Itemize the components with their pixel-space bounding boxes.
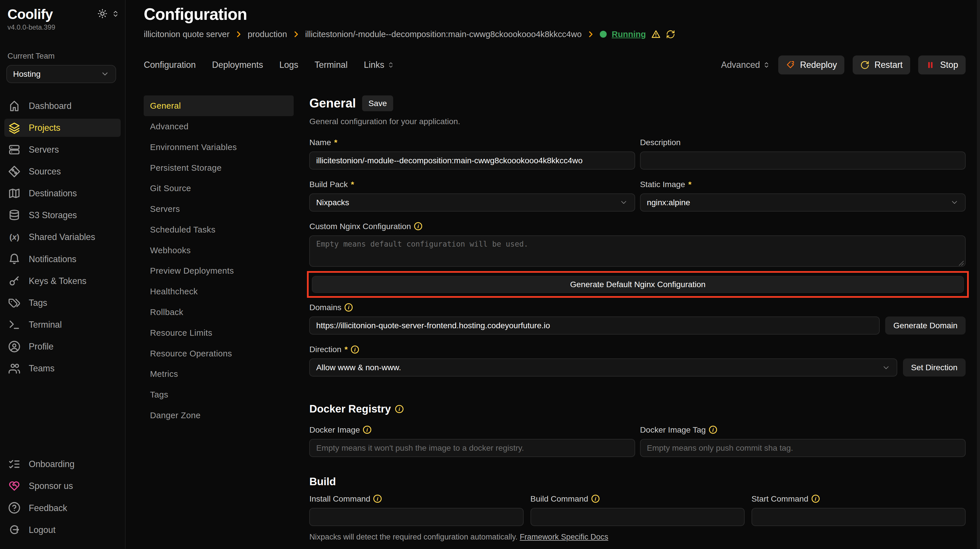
install-command-label: Install Commandi (309, 494, 523, 504)
sidebar-item-label: Tags (29, 298, 47, 308)
required-asterisk: * (345, 345, 348, 354)
start-command-input[interactable] (751, 508, 966, 526)
sidebar-item-profile[interactable]: Profile (4, 337, 121, 356)
required-asterisk: * (334, 138, 337, 147)
build-pack-select[interactable]: Nixpacks (309, 193, 635, 212)
general-form: General Save General configuration for y… (309, 95, 966, 549)
subnav-item-rollback[interactable]: Rollback (144, 302, 294, 323)
framework-docs-link[interactable]: Framework Specific Docs (520, 532, 608, 541)
stop-pause-icon (926, 60, 935, 70)
scrollbar[interactable] (977, 0, 980, 549)
save-button[interactable]: Save (362, 95, 393, 111)
logout-icon (8, 524, 21, 536)
sidebar-item-servers[interactable]: Servers (4, 140, 121, 159)
theme-chevrons-up-down-icon[interactable] (112, 10, 119, 18)
sidebar-item-feedback[interactable]: Feedback (4, 499, 121, 517)
name-input[interactable] (309, 151, 635, 170)
custom-nginx-textarea[interactable] (309, 236, 966, 267)
sidebar-item-tags[interactable]: Tags (4, 294, 121, 312)
theme-sun-icon[interactable] (97, 9, 108, 19)
tab-logs[interactable]: Logs (279, 60, 298, 70)
subnav-item-danger-zone[interactable]: Danger Zone (144, 405, 294, 426)
sidebar-item-shared-variables[interactable]: (x) Shared Variables (4, 228, 121, 246)
docker-registry-heading: Docker Registry (309, 403, 391, 415)
info-icon[interactable]: i (363, 426, 371, 434)
tab-deployments[interactable]: Deployments (212, 60, 263, 70)
tab-terminal[interactable]: Terminal (314, 60, 347, 70)
warning-triangle-icon[interactable] (651, 29, 661, 40)
sidebar-item-label: Feedback (29, 503, 67, 513)
tab-configuration[interactable]: Configuration (144, 60, 196, 70)
subnav-item-environment-variables[interactable]: Environment Variables (144, 137, 294, 158)
description-input[interactable] (640, 151, 966, 170)
build-command-input[interactable] (531, 508, 745, 526)
info-icon[interactable]: i (351, 345, 359, 353)
subnav-item-git-source[interactable]: Git Source (144, 178, 294, 199)
sidebar-item-teams[interactable]: Teams (4, 359, 121, 377)
info-icon[interactable]: i (414, 222, 422, 230)
docker-image-input[interactable] (309, 439, 635, 457)
refresh-icon[interactable] (666, 30, 675, 39)
info-icon[interactable]: i (709, 426, 717, 434)
sidebar-item-sources[interactable]: Sources (4, 162, 121, 180)
subnav-item-resource-operations[interactable]: Resource Operations (144, 343, 294, 364)
sidebar-item-onboarding[interactable]: Onboarding (4, 455, 121, 473)
breadcrumb-environment[interactable]: production (248, 29, 287, 39)
sidebar-item-dashboard[interactable]: Dashboard (4, 97, 121, 115)
domains-input[interactable] (309, 317, 880, 334)
subnav-item-tags[interactable]: Tags (144, 384, 294, 405)
sidebar-item-label: Sources (29, 166, 61, 177)
chevrons-up-down-icon (387, 62, 394, 68)
app-logo: Coolify (8, 6, 53, 22)
status-badge[interactable]: Running (612, 29, 646, 39)
subnav-item-preview-deployments[interactable]: Preview Deployments (144, 261, 294, 282)
subnav-item-metrics[interactable]: Metrics (144, 364, 294, 384)
subnav-item-servers[interactable]: Servers (144, 199, 294, 219)
info-icon[interactable]: i (592, 495, 600, 503)
sidebar-item-label: Projects (29, 123, 60, 133)
stop-button[interactable]: Stop (918, 56, 966, 74)
info-icon[interactable]: i (345, 303, 353, 311)
breadcrumb-resource[interactable]: illicitestonion/-module--decomposition:m… (305, 29, 582, 39)
resize-handle-icon[interactable] (958, 260, 964, 266)
team-select-value: Hosting (13, 69, 41, 79)
generate-domain-button[interactable]: Generate Domain (885, 317, 966, 334)
info-icon[interactable]: i (395, 405, 403, 413)
sidebar-item-notifications[interactable]: Notifications (4, 250, 121, 268)
docker-image-tag-input[interactable] (640, 439, 966, 457)
sidebar-item-terminal[interactable]: Terminal (4, 316, 121, 334)
subnav-item-scheduled-tasks[interactable]: Scheduled Tasks (144, 219, 294, 240)
description-label: Description (640, 138, 966, 147)
direction-select[interactable]: Allow www & non-www. (309, 358, 897, 377)
subnav-item-healthcheck[interactable]: Healthcheck (144, 281, 294, 302)
restart-button[interactable]: Restart (853, 56, 910, 74)
subnav-item-advanced[interactable]: Advanced (144, 116, 294, 137)
subnav-item-general[interactable]: General (144, 95, 294, 116)
info-icon[interactable]: i (373, 495, 381, 503)
subnav-item-webhooks[interactable]: Webhooks (144, 240, 294, 261)
sidebar-item-logout[interactable]: Logout (4, 521, 121, 539)
generate-nginx-button[interactable]: Generate Default Nginx Configuration (312, 276, 964, 293)
stop-label: Stop (940, 60, 958, 70)
nixpacks-note: Nixpacks will detect the required config… (309, 532, 966, 541)
subnav-item-persistent-storage[interactable]: Persistent Storage (144, 158, 294, 178)
subnav-item-resource-limits[interactable]: Resource Limits (144, 323, 294, 343)
install-command-input[interactable] (309, 508, 523, 526)
tab-links[interactable]: Links (364, 60, 394, 70)
layers-icon (8, 122, 21, 134)
sidebar-item-s3-storages[interactable]: S3 Storages (4, 206, 121, 224)
server-icon (8, 143, 21, 156)
tag-icon (8, 297, 21, 309)
sidebar-item-keys-tokens[interactable]: Keys & Tokens (4, 272, 121, 290)
team-select[interactable]: Hosting (6, 65, 116, 83)
sidebar-item-sponsor-us[interactable]: Sponsor us (4, 477, 121, 495)
sidebar-item-projects[interactable]: Projects (4, 119, 121, 137)
info-icon[interactable]: i (811, 495, 819, 503)
static-image-select[interactable]: nginx:alpine (640, 193, 966, 212)
advanced-dropdown[interactable]: Advanced (721, 60, 770, 70)
redeploy-button[interactable]: Redeploy (778, 56, 845, 74)
breadcrumb-project[interactable]: illicitonion quote server (144, 29, 229, 39)
sidebar-item-destinations[interactable]: Destinations (4, 184, 121, 202)
set-direction-button[interactable]: Set Direction (903, 358, 966, 377)
name-label: Name* (309, 138, 635, 147)
